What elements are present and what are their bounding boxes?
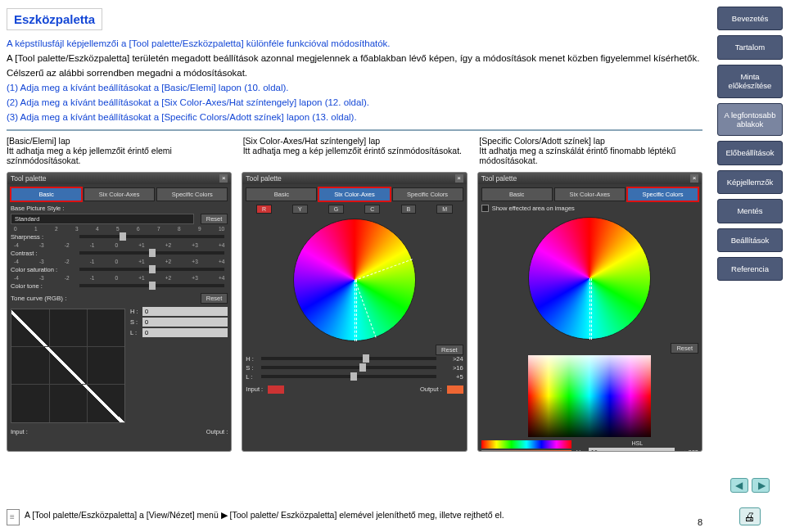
curve-label: Tone curve (RGB) : (11, 295, 76, 302)
tab-specific[interactable]: Specific Colors (392, 187, 463, 201)
color-wheel[interactable] (528, 217, 651, 340)
tab-descriptions: [Basic/Elemi] lap Itt adhatja meg a kép … (7, 129, 702, 165)
l-field[interactable]: 0 (142, 328, 228, 337)
panel-title: Tool palette (242, 173, 466, 184)
nav-main-windows[interactable]: A legfontosabb ablakok (717, 103, 783, 137)
h-slider[interactable] (261, 357, 436, 360)
saturation-slider[interactable] (79, 268, 224, 271)
panel-six-color: Tool palette × Basic Six Color-Axes Spec… (242, 172, 467, 452)
nav-save[interactable]: Mentés (717, 199, 783, 223)
close-icon[interactable]: × (455, 174, 463, 183)
sidebar-nav: Bevezetés Tartalom Minta előkészítése A … (714, 0, 786, 532)
input-label: Input : (11, 428, 28, 435)
reset-button[interactable]: Reset (201, 293, 228, 304)
page-title: Eszközpaletta (7, 8, 102, 30)
reset-button[interactable]: Reset (201, 214, 228, 224)
nav-intro[interactable]: Bevezetés (717, 7, 783, 30)
sharpness-label: Sharpness : (11, 233, 76, 241)
output-label: Output : (206, 428, 228, 435)
input-swatch (268, 385, 284, 394)
reset-button[interactable]: Reset (671, 343, 698, 354)
col-spec-desc: Itt adhatja meg a színskálát érintő fino… (479, 146, 702, 165)
intro-line-6: (3) Adja meg a kívánt beállításokat a [S… (7, 110, 702, 124)
nav-toc[interactable]: Tartalom (717, 35, 783, 59)
contrast-label: Contrast : (11, 250, 76, 257)
tone-label: Color tone : (11, 282, 76, 290)
panel-specific-colors: Tool palette × Basic Six Color-Axes Spec… (477, 172, 702, 452)
intro-line-5: (2) Adja meg a kívánt beállításokat a [S… (7, 96, 702, 109)
tab-specific[interactable]: Specific Colors (627, 187, 698, 201)
show-affected-checkbox[interactable] (481, 205, 489, 212)
nav-presets[interactable]: Előbeállítások (717, 141, 783, 165)
tone-curve[interactable] (11, 309, 125, 423)
h-field[interactable]: 0 (142, 307, 228, 316)
output-label: Output : (420, 385, 442, 393)
hint-icon (7, 509, 20, 525)
panel-title: Tool palette (478, 173, 702, 184)
color-field[interactable] (528, 355, 651, 437)
base-style-label: Base Picture Style : (11, 205, 76, 212)
nav-settings[interactable]: Beállítások (717, 228, 783, 252)
intro-line-4: (1) Adja meg a kívánt beállításokat a [B… (7, 81, 702, 94)
tab-six-color[interactable]: Six Color-Axes (318, 187, 390, 201)
sharpness-slider[interactable] (79, 235, 224, 238)
hue-gradient[interactable] (481, 440, 571, 449)
col-six-desc: Itt adhatja meg a kép jellemzőit érintő … (243, 146, 467, 156)
tab-basic[interactable]: Basic (246, 187, 317, 201)
output-swatch (447, 385, 463, 394)
tab-specific[interactable]: Specific Colors (156, 187, 228, 201)
page-number: 8 (698, 517, 702, 527)
nav-image-char[interactable]: Képjellemzők (717, 170, 783, 194)
saturation-label: Color saturation : (11, 266, 76, 273)
l-slider[interactable] (261, 375, 436, 378)
reset-button[interactable]: Reset (436, 345, 463, 355)
color-wheel[interactable] (293, 219, 416, 341)
panel-title: Tool palette (7, 173, 231, 184)
tab-basic[interactable]: Basic (481, 187, 553, 201)
footnote: A [Tool palette/Eszközpaletta] a [View/N… (7, 509, 624, 525)
s-field[interactable]: 0 (142, 318, 228, 327)
intro-line-1: A képstílusfájl képjellemzői a [Tool pal… (7, 37, 702, 50)
s-slider[interactable] (261, 366, 436, 369)
col-spec-title: [Specific Colors/Adott színek] lap (479, 136, 702, 146)
show-affected-label: Show effected area on images (492, 205, 575, 212)
col-basic-title: [Basic/Elemi] lap (7, 136, 230, 146)
tab-six-color[interactable]: Six Color-Axes (554, 187, 626, 201)
nav-back-icon[interactable] (730, 478, 748, 493)
nav-reference[interactable]: Referencia (717, 257, 783, 281)
tone-slider[interactable] (79, 284, 224, 287)
sat-gradient[interactable] (481, 450, 571, 452)
base-style-select[interactable]: Standard (11, 214, 194, 224)
nav-print-icon[interactable] (739, 507, 761, 525)
col-basic-desc: Itt adhatja meg a kép jellemzőit érintő … (7, 146, 230, 165)
close-icon[interactable]: × (690, 174, 698, 183)
tab-six-color[interactable]: Six Color-Axes (84, 187, 155, 201)
nav-forward-icon[interactable] (752, 478, 770, 493)
tab-basic[interactable]: Basic (11, 187, 82, 201)
close-icon[interactable]: × (219, 174, 228, 183)
h-val[interactable]: 16 (589, 448, 675, 452)
intro-line-3: Célszerű az alábbi sorrendben megadni a … (7, 66, 702, 79)
contrast-slider[interactable] (79, 251, 224, 255)
input-label: Input : (246, 385, 263, 393)
panel-basic: Tool palette × Basic Six Color-Axes Spec… (7, 172, 232, 452)
intro-line-2: A [Tool palette/Eszközpaletta] területén… (7, 52, 702, 65)
col-six-title: [Six Color-Axes/Hat színtengely] lap (243, 136, 467, 146)
nav-sample[interactable]: Minta előkészítése (717, 65, 783, 98)
